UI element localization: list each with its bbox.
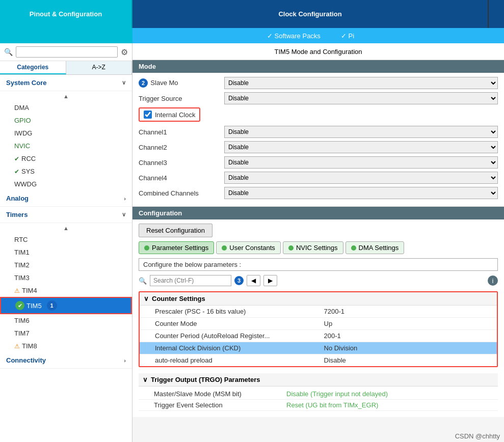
timers-header[interactable]: Timers ∨ [0, 207, 132, 223]
connectivity-chevron: › [124, 357, 126, 364]
mode-section: 2 Slave Mo Disable Trigger Source Disabl… [132, 73, 504, 207]
config-header: Configuration [132, 207, 504, 219]
system-core-chevron: ∨ [122, 79, 126, 86]
counter-mode-row: Counter Mode Up [140, 318, 497, 330]
sub-right: ✓ Software Packs ✓ Pi [132, 28, 489, 43]
connectivity-section: Connectivity › [0, 352, 132, 369]
tab-nvic-settings[interactable]: NVIC Settings [283, 241, 343, 254]
software-packs-label[interactable]: ✓ Software Packs [267, 32, 321, 40]
combined-channels-select[interactable]: Disable [224, 187, 498, 199]
sidebar-item-tim1[interactable]: TIM1 [0, 246, 132, 259]
next-button[interactable]: ▶ [263, 275, 277, 286]
sidebar-item-tim4[interactable]: ⚠ TIM4 [0, 284, 132, 297]
trigger-source-select[interactable]: Disable [224, 92, 498, 104]
param-settings-dot [144, 245, 149, 251]
content-title: TIM5 Mode and Configuration [132, 43, 504, 60]
connectivity-header[interactable]: Connectivity › [0, 352, 132, 369]
tab-parameter-settings[interactable]: Parameter Settings [139, 241, 214, 254]
sidebar-item-rtc[interactable]: RTC [0, 233, 132, 246]
prev-button[interactable]: ◀ [247, 275, 260, 286]
channel4-row: Channel4 Disable [139, 172, 498, 184]
sidebar-item-sys[interactable]: ✔ SYS [0, 165, 132, 178]
auto-reload-row: auto-reload preload Disable [140, 354, 497, 366]
user-constants-dot [222, 245, 227, 251]
system-core-header[interactable]: System Core ∨ [0, 75, 132, 91]
sidebar-item-tim6[interactable]: TIM6 [0, 314, 132, 327]
param-tabs: Parameter Settings User Constants NVIC S… [139, 241, 498, 254]
sidebar: 🔍 ⚙ Categories A->Z System Core ∨ ▲ DMA … [0, 43, 132, 442]
trigger-output-header[interactable]: ∨ Trigger Output (TRGO) Parameters [139, 373, 498, 386]
analog-section: Analog › [0, 190, 132, 207]
counter-period-row: Counter Period (AutoReload Register... 2… [140, 330, 497, 342]
internal-clock-checkbox[interactable] [144, 110, 152, 119]
channel4-select[interactable]: Disable [224, 172, 498, 184]
sys-check-icon: ✔ [14, 168, 19, 175]
tab-categories[interactable]: Categories [0, 61, 66, 74]
badge-3: 3 [234, 276, 244, 285]
sidebar-item-gpio[interactable]: GPIO [0, 114, 132, 127]
sidebar-search-input[interactable] [16, 46, 118, 58]
sub-left [0, 28, 132, 43]
internal-clock-row: Internal Clock [139, 107, 200, 122]
channel3-row: Channel3 Disable [139, 156, 498, 169]
watermark: CSDN @chhtty [455, 432, 500, 440]
sidebar-item-tim8[interactable]: ⚠ TIM8 [0, 340, 132, 352]
mode-header: Mode [132, 60, 504, 73]
analog-chevron: › [124, 196, 126, 202]
timers-section: Timers ∨ ▲ RTC TIM1 TIM2 TIM3 ⚠ TIM4 [0, 207, 132, 352]
sidebar-item-nvic[interactable]: NVIC [0, 140, 132, 152]
sidebar-item-wwdg[interactable]: WWDG [0, 178, 132, 190]
sidebar-item-rcc[interactable]: ✔ RCC [0, 152, 132, 165]
slave-mode-row: 2 Slave Mo Disable [139, 77, 498, 89]
master-slave-mode-row: Master/Slave Mode (MSM bit) Disable (Tri… [139, 389, 498, 400]
dma-settings-dot [351, 245, 356, 251]
info-button[interactable]: i [488, 275, 498, 286]
reset-config-button[interactable]: Reset Configuration [139, 224, 213, 237]
counter-settings-header[interactable]: ∨ Counter Settings [140, 292, 497, 306]
tab-az[interactable]: A->Z [66, 61, 132, 74]
sidebar-search-row: 🔍 ⚙ [0, 43, 132, 61]
rcc-check-icon: ✔ [14, 155, 19, 162]
slave-mode-select[interactable]: Disable [224, 77, 498, 89]
system-core-up: ▲ [0, 91, 132, 101]
tim8-warn-icon: ⚠ [14, 343, 20, 350]
trigger-source-row: Trigger Source Disable [139, 92, 498, 104]
tim5-check-circle-icon: ✔ [15, 301, 24, 310]
param-search-input[interactable] [150, 275, 231, 286]
channel2-select[interactable]: Disable [224, 141, 498, 153]
tim4-warn-icon: ⚠ [14, 287, 20, 294]
sidebar-item-tim5[interactable]: ✔ TIM5 1 [0, 297, 132, 314]
combined-channels-row: Combined Channels Disable [139, 187, 498, 199]
sidebar-item-tim2[interactable]: TIM2 [0, 259, 132, 271]
badge-2: 2 [139, 78, 148, 88]
pi-header [489, 0, 504, 28]
channel1-row: Channel1 Disable [139, 126, 498, 138]
gear-icon[interactable]: ⚙ [121, 47, 128, 57]
nvic-settings-dot [288, 245, 294, 251]
counter-settings-section: ∨ Counter Settings Prescaler (PSC - 16 b… [139, 291, 498, 367]
sidebar-item-dma[interactable]: DMA [0, 101, 132, 114]
config-section: Reset Configuration Parameter Settings U… [132, 219, 504, 417]
timers-up: ▲ [0, 223, 132, 233]
tab-dma-settings[interactable]: DMA Settings [346, 241, 405, 254]
internal-clock-division-row[interactable]: Internal Clock Division (CKD) No Divisio… [140, 342, 497, 354]
sidebar-item-tim7[interactable]: TIM7 [0, 327, 132, 340]
sidebar-item-tim3[interactable]: TIM3 [0, 271, 132, 284]
pi-sub-label[interactable]: ✓ Pi [341, 32, 354, 40]
trigger-event-row: Trigger Event Selection Reset (UG bit fr… [139, 400, 498, 411]
tab-user-constants[interactable]: User Constants [216, 241, 281, 254]
param-search-row: 🔍 3 ◀ ▶ i [139, 273, 498, 288]
sidebar-tabs: Categories A->Z [0, 61, 132, 75]
sidebar-item-iwdg[interactable]: IWDG [0, 127, 132, 140]
search-icon: 🔍 [4, 48, 13, 56]
channel1-select[interactable]: Disable [224, 126, 498, 138]
main-content: TIM5 Mode and Configuration Mode 2 Slave… [132, 43, 504, 442]
channel3-select[interactable]: Disable [224, 156, 498, 169]
badge-1: 1 [47, 300, 57, 311]
system-core-section: System Core ∨ ▲ DMA GPIO IWDG NVIC ✔ RCC… [0, 75, 132, 190]
pinout-header: Pinout & Configuration [0, 0, 132, 28]
analog-header[interactable]: Analog › [0, 190, 132, 207]
sub-pi [489, 28, 504, 43]
trigger-output-section: ∨ Trigger Output (TRGO) Parameters Maste… [139, 371, 498, 413]
prescaler-row: Prescaler (PSC - 16 bits value) 7200-1 [140, 306, 497, 318]
